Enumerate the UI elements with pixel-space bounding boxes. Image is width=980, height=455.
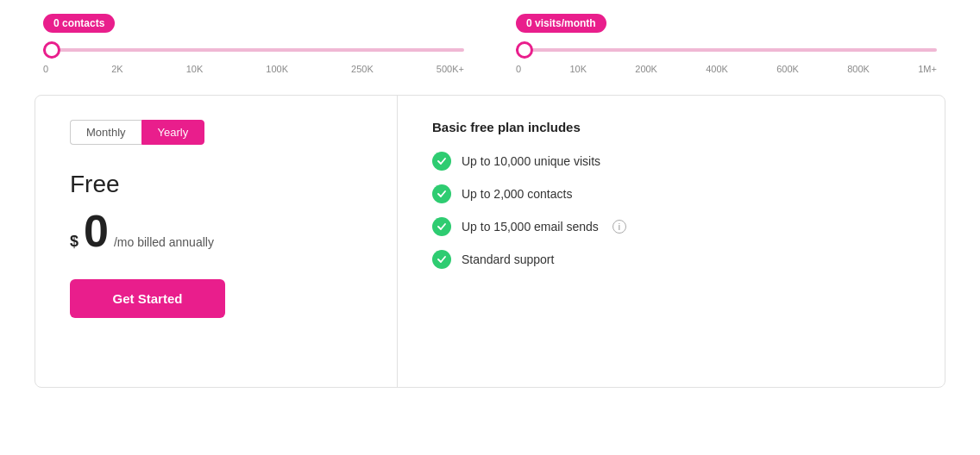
- pricing-card: Monthly Yearly Free $ 0 /mo billed annua…: [35, 95, 945, 388]
- visits-slider-labels: 0 10K 200K 400K 600K 800K 1M+: [516, 64, 937, 74]
- contacts-label-3: 100K: [266, 64, 288, 74]
- price-symbol: $: [70, 234, 79, 249]
- contacts-label-5: 500K+: [437, 64, 464, 74]
- plan-name: Free: [70, 171, 362, 198]
- visits-slider-group: 0 visits/month 0 10K 200K 400K 600K 800K…: [516, 14, 937, 74]
- contacts-badge: 0 contacts: [43, 14, 115, 33]
- features-title: Basic free plan includes: [432, 120, 910, 134]
- yearly-toggle[interactable]: Yearly: [141, 120, 205, 145]
- contacts-slider-track: [43, 48, 464, 52]
- visits-label-0: 0: [516, 64, 521, 74]
- info-icon[interactable]: i: [612, 220, 626, 234]
- contacts-label-2: 10K: [186, 64, 204, 74]
- visits-label-2: 200K: [635, 64, 657, 74]
- contacts-slider-track-container[interactable]: [43, 41, 464, 59]
- visits-label-5: 800K: [847, 64, 870, 74]
- contacts-label-4: 250K: [351, 64, 374, 74]
- check-icon: [432, 152, 451, 171]
- contacts-slider-thumb[interactable]: [43, 41, 60, 59]
- visits-slider-track: [516, 48, 937, 52]
- sliders-section: 0 contacts 0 2K 10K 100K 250K 500K+ 0 vi…: [35, 14, 945, 74]
- features-list: Up to 10,000 unique visits Up to 2,000 c…: [432, 152, 910, 269]
- feature-text: Standard support: [462, 252, 554, 266]
- visits-label-3: 400K: [706, 64, 728, 74]
- visits-badge: 0 visits/month: [516, 14, 606, 33]
- price-period: /mo billed annually: [114, 235, 214, 249]
- monthly-toggle[interactable]: Monthly: [70, 120, 141, 145]
- billing-toggle: Monthly Yearly: [70, 120, 362, 145]
- check-icon: [432, 184, 451, 203]
- visits-label-1: 10K: [569, 64, 587, 74]
- plan-right-panel: Basic free plan includes Up to 10,000 un…: [398, 96, 945, 387]
- get-started-button[interactable]: Get Started: [70, 279, 225, 318]
- visits-label-4: 600K: [776, 64, 799, 74]
- plan-left-panel: Monthly Yearly Free $ 0 /mo billed annua…: [35, 96, 398, 387]
- list-item: Standard support: [432, 250, 910, 269]
- contacts-slider-labels: 0 2K 10K 100K 250K 500K+: [43, 64, 464, 74]
- contacts-label-0: 0: [43, 64, 48, 74]
- contacts-slider-group: 0 contacts 0 2K 10K 100K 250K 500K+: [43, 14, 464, 74]
- price-amount: 0: [84, 209, 109, 253]
- price-row: $ 0 /mo billed annually: [70, 209, 362, 253]
- feature-text: Up to 10,000 unique visits: [462, 154, 600, 168]
- list-item: Up to 2,000 contacts: [432, 184, 910, 203]
- contacts-label-1: 2K: [111, 64, 122, 74]
- visits-label-6: 1M+: [918, 64, 937, 74]
- check-icon: [432, 250, 451, 269]
- check-icon: [432, 217, 451, 236]
- list-item: Up to 10,000 unique visits: [432, 152, 910, 171]
- feature-text: Up to 15,000 email sends: [462, 220, 599, 234]
- list-item: Up to 15,000 email sends i: [432, 217, 910, 236]
- visits-slider-track-container[interactable]: [516, 41, 937, 59]
- visits-slider-thumb[interactable]: [516, 41, 533, 59]
- feature-text: Up to 2,000 contacts: [462, 187, 572, 201]
